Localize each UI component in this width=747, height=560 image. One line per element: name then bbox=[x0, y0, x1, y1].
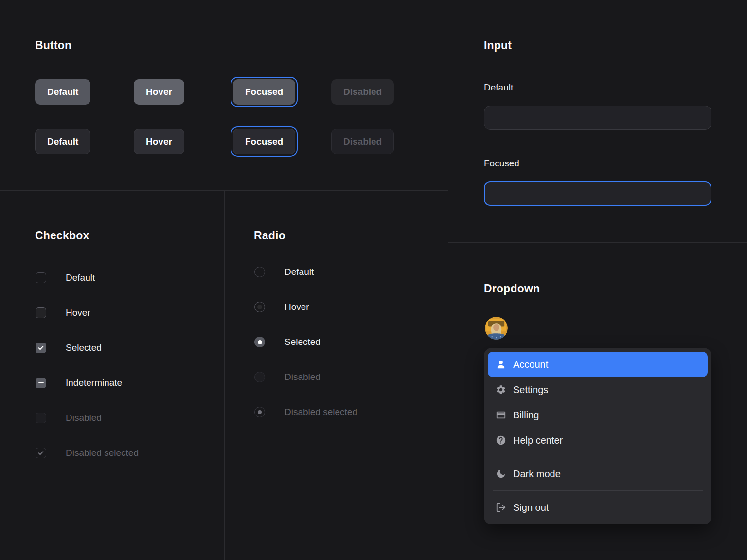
radio-selected-label: Selected bbox=[285, 337, 320, 347]
component-showcase-page: Button Default Hover Focused Disabled De… bbox=[0, 0, 747, 560]
input-default-label: Default bbox=[484, 82, 513, 93]
radio-disabled bbox=[254, 372, 265, 382]
radio-selected-dot bbox=[258, 340, 262, 344]
checkbox-row-selected: Selected bbox=[36, 342, 102, 354]
user-avatar[interactable] bbox=[485, 317, 508, 340]
button-secondary-focused[interactable]: Focused bbox=[233, 129, 295, 154]
checkbox-row-disabled-selected: Disabled selected bbox=[36, 447, 139, 459]
text-input-focused[interactable] bbox=[484, 181, 711, 206]
checkbox-indeterminate-label: Indeterminate bbox=[66, 378, 122, 388]
gear-icon bbox=[496, 384, 506, 395]
button-primary-disabled: Disabled bbox=[331, 79, 394, 105]
check-icon-disabled bbox=[37, 450, 44, 456]
dropdown-menu: Account Settings Billing Help center Da bbox=[484, 348, 711, 524]
moon-icon bbox=[496, 469, 506, 479]
menu-item-sign-out[interactable]: Sign out bbox=[488, 495, 708, 520]
menu-divider-2 bbox=[493, 490, 703, 491]
radio-disabled-selected-dot bbox=[258, 410, 262, 414]
button-secondary-disabled: Disabled bbox=[331, 129, 394, 154]
button-secondary-hover[interactable]: Hover bbox=[134, 129, 184, 154]
checkbox-disabled-selected bbox=[36, 448, 46, 458]
menu-item-settings[interactable]: Settings bbox=[488, 377, 708, 402]
vertical-divider-main bbox=[448, 0, 448, 560]
radio-hover-dot bbox=[257, 305, 262, 309]
input-focused-label: Focused bbox=[484, 158, 519, 169]
checkbox-section-title: Checkbox bbox=[35, 229, 89, 242]
radio-disabled-selected-label: Disabled selected bbox=[285, 407, 357, 417]
horizontal-divider-right bbox=[448, 242, 747, 243]
user-avatar-image bbox=[485, 317, 508, 340]
checkbox-selected-label: Selected bbox=[66, 343, 102, 353]
radio-default-label: Default bbox=[285, 267, 314, 277]
radio-disabled-label: Disabled bbox=[285, 372, 320, 382]
text-input-default[interactable] bbox=[484, 106, 711, 130]
check-icon bbox=[37, 344, 44, 351]
menu-item-billing-label: Billing bbox=[513, 410, 539, 421]
radio-selected[interactable] bbox=[254, 337, 265, 347]
button-section-title: Button bbox=[35, 39, 71, 52]
radio-row-disabled: Disabled bbox=[254, 371, 320, 383]
checkbox-row-hover: Hover bbox=[36, 307, 90, 319]
radio-row-hover: Hover bbox=[254, 301, 309, 313]
input-section-title: Input bbox=[484, 39, 512, 52]
menu-item-settings-label: Settings bbox=[513, 384, 548, 396]
button-primary-focused[interactable]: Focused bbox=[233, 79, 295, 105]
menu-item-account-label: Account bbox=[513, 359, 548, 370]
radio-row-selected: Selected bbox=[254, 336, 320, 348]
button-secondary-default[interactable]: Default bbox=[35, 129, 90, 154]
menu-item-sign-out-label: Sign out bbox=[513, 502, 549, 513]
checkbox-indeterminate[interactable] bbox=[36, 378, 46, 388]
user-icon bbox=[496, 359, 506, 370]
help-icon bbox=[496, 435, 506, 446]
radio-row-default: Default bbox=[254, 266, 314, 278]
radio-section-title: Radio bbox=[254, 229, 285, 242]
checkbox-row-disabled: Disabled bbox=[36, 412, 102, 424]
button-primary-default[interactable]: Default bbox=[35, 79, 90, 105]
indeterminate-dash-icon bbox=[38, 382, 44, 384]
credit-card-icon bbox=[496, 410, 506, 420]
menu-item-billing[interactable]: Billing bbox=[488, 402, 708, 428]
dropdown-section-title: Dropdown bbox=[484, 282, 540, 295]
radio-hover[interactable] bbox=[254, 302, 265, 312]
checkbox-default-label: Default bbox=[66, 272, 95, 283]
menu-item-dark-mode-label: Dark mode bbox=[513, 469, 561, 480]
checkbox-disabled bbox=[36, 413, 46, 423]
checkbox-hover-label: Hover bbox=[66, 307, 90, 318]
vertical-divider-checkbox-radio bbox=[224, 191, 225, 560]
checkbox-row-indeterminate: Indeterminate bbox=[36, 377, 122, 389]
checkbox-disabled-label: Disabled bbox=[66, 413, 102, 423]
checkbox-hover[interactable] bbox=[36, 307, 46, 318]
button-primary-hover[interactable]: Hover bbox=[134, 79, 184, 105]
sign-out-icon bbox=[496, 502, 506, 513]
checkbox-disabled-selected-label: Disabled selected bbox=[66, 448, 139, 458]
menu-item-account[interactable]: Account bbox=[488, 352, 708, 377]
radio-default[interactable] bbox=[254, 267, 265, 277]
menu-divider-1 bbox=[493, 457, 703, 457]
radio-disabled-selected bbox=[254, 407, 265, 417]
radio-row-disabled-selected: Disabled selected bbox=[254, 406, 357, 418]
menu-item-help-center[interactable]: Help center bbox=[488, 428, 708, 453]
radio-hover-label: Hover bbox=[285, 302, 309, 312]
menu-item-help-center-label: Help center bbox=[513, 435, 563, 446]
menu-item-dark-mode[interactable]: Dark mode bbox=[488, 461, 708, 487]
checkbox-selected[interactable] bbox=[36, 343, 46, 353]
checkbox-row-default: Default bbox=[36, 272, 95, 284]
checkbox-default[interactable] bbox=[36, 272, 46, 283]
